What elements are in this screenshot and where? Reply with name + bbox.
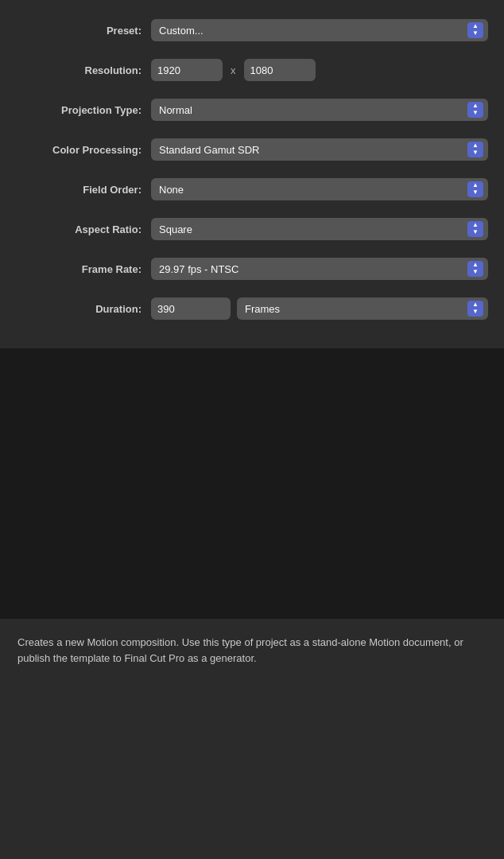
frame-rate-select[interactable]: 29.97 fps - NTSC 23.976 fps 24 fps 25 fp… bbox=[151, 258, 488, 280]
color-processing-select-wrapper: Standard Gamut SDR Wide Gamut HDR Wide G… bbox=[151, 138, 488, 161]
projection-type-select-wrapper: Normal 360° VR180 ▲ ▼ bbox=[151, 99, 488, 121]
description-text: Creates a new Motion composition. Use th… bbox=[17, 635, 487, 667]
frame-rate-select-wrapper: 29.97 fps - NTSC 23.976 fps 24 fps 25 fp… bbox=[151, 258, 488, 280]
aspect-ratio-label: Aspect Ratio: bbox=[16, 223, 151, 235]
projection-type-select[interactable]: Normal 360° VR180 bbox=[151, 99, 488, 121]
frame-rate-label: Frame Rate: bbox=[16, 263, 151, 275]
resolution-row: Resolution: x bbox=[16, 56, 488, 84]
aspect-ratio-control: Square NTSC D1/DV NTSC D1/DV Widescreen … bbox=[151, 218, 488, 240]
resolution-separator: x bbox=[231, 64, 236, 76]
preset-row: Preset: Custom... Broadcast HD 1080 ▲ ▼ bbox=[16, 16, 488, 45]
frame-rate-control: 29.97 fps - NTSC 23.976 fps 24 fps 25 fp… bbox=[151, 258, 488, 280]
duration-unit-select[interactable]: Frames Seconds Timecode bbox=[237, 297, 488, 320]
color-processing-select[interactable]: Standard Gamut SDR Wide Gamut HDR Wide G… bbox=[151, 138, 488, 161]
aspect-ratio-row: Aspect Ratio: Square NTSC D1/DV NTSC D1/… bbox=[16, 215, 488, 243]
field-order-row: Field Order: None Upper First Lower Firs… bbox=[16, 175, 488, 204]
aspect-ratio-select[interactable]: Square NTSC D1/DV NTSC D1/DV Widescreen bbox=[151, 218, 488, 240]
frame-rate-row: Frame Rate: 29.97 fps - NTSC 23.976 fps … bbox=[16, 255, 488, 283]
field-order-control: None Upper First Lower First ▲ ▼ bbox=[151, 178, 488, 200]
duration-input[interactable] bbox=[151, 297, 231, 320]
preset-select-wrapper: Custom... Broadcast HD 1080 ▲ ▼ bbox=[151, 19, 488, 41]
duration-label: Duration: bbox=[16, 303, 151, 315]
preview-area bbox=[0, 348, 504, 619]
preset-control: Custom... Broadcast HD 1080 ▲ ▼ bbox=[151, 19, 488, 41]
field-order-label: Field Order: bbox=[16, 184, 151, 196]
projection-type-control: Normal 360° VR180 ▲ ▼ bbox=[151, 99, 488, 121]
duration-row: Duration: Frames Seconds Timecode ▲ ▼ bbox=[16, 294, 488, 323]
resolution-label: Resolution: bbox=[16, 64, 151, 76]
color-processing-control: Standard Gamut SDR Wide Gamut HDR Wide G… bbox=[151, 138, 488, 161]
duration-control: Frames Seconds Timecode ▲ ▼ bbox=[151, 297, 488, 320]
resolution-width-input[interactable] bbox=[151, 59, 223, 81]
resolution-height-input[interactable] bbox=[244, 59, 316, 81]
color-processing-row: Color Processing: Standard Gamut SDR Wid… bbox=[16, 135, 488, 164]
aspect-ratio-select-wrapper: Square NTSC D1/DV NTSC D1/DV Widescreen … bbox=[151, 218, 488, 240]
projection-type-row: Projection Type: Normal 360° VR180 ▲ ▼ bbox=[16, 95, 488, 124]
preset-select[interactable]: Custom... Broadcast HD 1080 bbox=[151, 19, 488, 41]
preset-label: Preset: bbox=[16, 25, 151, 37]
resolution-control: x bbox=[151, 59, 316, 81]
field-order-select[interactable]: None Upper First Lower First bbox=[151, 178, 488, 200]
duration-unit-select-wrapper: Frames Seconds Timecode ▲ ▼ bbox=[237, 297, 488, 320]
projection-type-label: Projection Type: bbox=[16, 104, 151, 116]
color-processing-label: Color Processing: bbox=[16, 144, 151, 156]
description-area: Creates a new Motion composition. Use th… bbox=[0, 619, 504, 682]
field-order-select-wrapper: None Upper First Lower First ▲ ▼ bbox=[151, 178, 488, 200]
